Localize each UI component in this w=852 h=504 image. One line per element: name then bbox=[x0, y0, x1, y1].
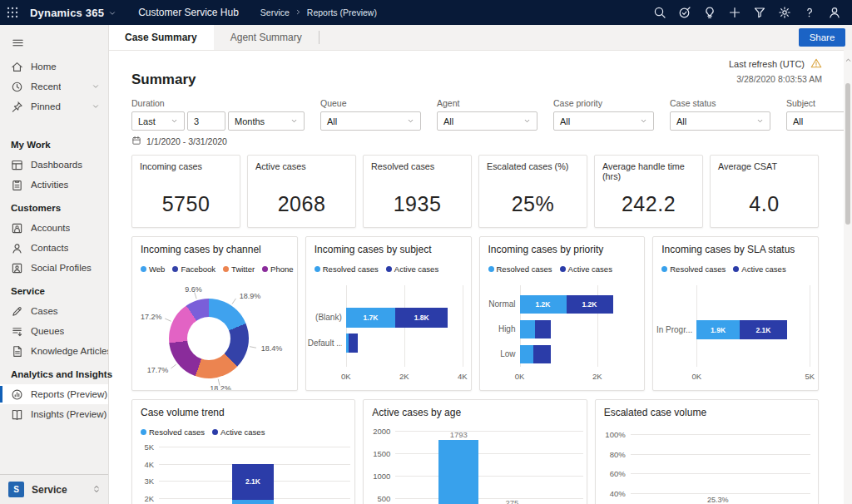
search-icon[interactable] bbox=[647, 0, 672, 25]
chevron-right-icon bbox=[295, 7, 302, 17]
duration-last-dropdown[interactable]: Last bbox=[131, 111, 185, 131]
legend-item-active-cases[interactable]: Active cases bbox=[386, 264, 438, 274]
x-axis-tick: 2K bbox=[394, 372, 414, 381]
column-segment-active-cases[interactable]: 2.1K bbox=[232, 464, 274, 500]
legend-item-resolved-cases[interactable]: Resolved cases bbox=[315, 264, 379, 274]
filter-icon[interactable] bbox=[747, 0, 772, 25]
bar-segment-resolved-cases[interactable] bbox=[520, 320, 536, 338]
bar-segment-active-cases[interactable]: 2.1K bbox=[740, 320, 787, 339]
settings-icon[interactable] bbox=[772, 0, 797, 25]
menu-icon[interactable] bbox=[7, 32, 35, 53]
chart-card-subject[interactable]: Incoming cases by subjectResolved casesA… bbox=[305, 236, 472, 391]
sidebar-item-label: Accounts bbox=[31, 223, 70, 233]
sidebar-item-home[interactable]: Home bbox=[0, 57, 108, 77]
sidebar-item-reports-preview[interactable]: Reports (Preview) bbox=[0, 384, 108, 404]
chart-card-channel[interactable]: Incoming cases by channelWebFacebookTwit… bbox=[131, 236, 298, 391]
legend-item-active-cases[interactable]: Active cases bbox=[733, 264, 785, 274]
filter-case-priority-dropdown[interactable]: All bbox=[553, 111, 654, 131]
breadcrumb-reports[interactable]: Reports (Preview) bbox=[307, 7, 377, 17]
sidebar-item-queues[interactable]: Queues bbox=[0, 321, 108, 341]
vertical-scrollbar[interactable] bbox=[844, 50, 852, 504]
filter-value: Months bbox=[235, 116, 265, 126]
filter-subject-dropdown[interactable]: All bbox=[786, 111, 852, 131]
sidebar-item-label: Queues bbox=[31, 326, 64, 336]
sidebar-item-contacts[interactable]: Contacts bbox=[0, 238, 108, 258]
chart-card-escalated[interactable]: Escalated case volume100%80%60%40%25.3% bbox=[595, 399, 819, 504]
legend-item-facebook[interactable]: Facebook bbox=[172, 264, 215, 274]
filter-value: All bbox=[327, 116, 337, 126]
legend-item-resolved-cases[interactable]: Resolved cases bbox=[661, 264, 726, 274]
bar-segment-active-cases[interactable]: 1.2K bbox=[567, 295, 613, 314]
kpi-card-incoming-cases[interactable]: Incoming cases5750 bbox=[131, 155, 240, 228]
scroll-up-icon[interactable] bbox=[845, 52, 852, 67]
sidebar-item-insights-preview[interactable]: Insights (Preview) bbox=[0, 404, 108, 424]
sidebar-item-label: Recent bbox=[31, 82, 61, 91]
filter-agent-dropdown[interactable]: All bbox=[437, 111, 537, 131]
kpi-card-active-cases[interactable]: Active cases2068 bbox=[247, 155, 356, 228]
sidebar-item-dashboards[interactable]: Dashboards bbox=[0, 155, 108, 175]
chart-card-priority[interactable]: Incoming cases by priorityResolved cases… bbox=[479, 236, 646, 391]
sidebar-item-knowledge-articles[interactable]: Knowledge Articles bbox=[0, 341, 108, 361]
app-launcher-icon[interactable] bbox=[0, 0, 25, 25]
bar-segment-active-cases[interactable]: 1.8K bbox=[395, 308, 448, 328]
kpi-value: 25% bbox=[479, 192, 587, 216]
account-icon[interactable] bbox=[822, 0, 847, 25]
legend-item-active-cases[interactable]: Active cases bbox=[212, 427, 265, 437]
legend-item-active-cases[interactable]: Active cases bbox=[560, 264, 612, 274]
sidebar-item-accounts[interactable]: Accounts bbox=[0, 218, 108, 238]
legend-item-resolved-cases[interactable]: Resolved cases bbox=[488, 264, 552, 274]
chevron-down-icon[interactable] bbox=[92, 99, 100, 114]
column-segment-resolved-cases[interactable]: 1.9K bbox=[232, 500, 274, 504]
breadcrumb-service[interactable]: Service bbox=[260, 7, 290, 17]
filter-case-status-dropdown[interactable]: All bbox=[670, 111, 770, 131]
bar-segment-active-cases[interactable] bbox=[349, 334, 358, 353]
sidebar-sections: My WorkDashboardsActivitiesCustomersAcco… bbox=[0, 131, 108, 424]
filter-case-status: Case statusAll bbox=[670, 98, 770, 131]
sidebar-item-recent[interactable]: Recent bbox=[0, 77, 108, 96]
share-button[interactable]: Share bbox=[799, 28, 845, 47]
area-switcher[interactable]: S Service bbox=[0, 474, 108, 504]
scrollbar-thumb[interactable] bbox=[845, 83, 850, 225]
legend-item-web[interactable]: Web bbox=[141, 264, 165, 274]
legend-item-phone[interactable]: Phone bbox=[262, 264, 293, 274]
chart-card-trend[interactable]: Case volume trendResolved casesActive ca… bbox=[131, 399, 355, 504]
bar-segment-resolved-cases[interactable]: 1.2K bbox=[520, 295, 567, 314]
sidebar-item-pinned[interactable]: Pinned bbox=[0, 96, 108, 116]
bar-segment-active-cases[interactable] bbox=[533, 345, 551, 363]
warning-icon[interactable] bbox=[810, 57, 822, 71]
suggestions-icon[interactable] bbox=[697, 0, 722, 25]
date-range[interactable]: 1/1/2020 - 3/31/2020 bbox=[131, 136, 819, 147]
legend-dot bbox=[262, 266, 268, 272]
sidebar-section-analytics-and-insights: Analytics and Insights bbox=[0, 361, 108, 384]
chevron-down-icon[interactable] bbox=[108, 6, 116, 21]
sidebar-item-social-profiles[interactable]: Social Profiles bbox=[0, 258, 108, 278]
topbar-left: Dynamics 365 Customer Service Hub Servic… bbox=[0, 0, 377, 25]
kpi-card-resolved-cases[interactable]: Resolved cases1935 bbox=[363, 155, 472, 228]
kpi-card-escalated-cases[interactable]: Escalated cases (%)25% bbox=[478, 155, 587, 228]
tab-agent-summary[interactable]: Agent Summary bbox=[214, 25, 319, 50]
kpi-card-average-handle-time-hrs[interactable]: Average handle time (hrs)242.2 bbox=[594, 155, 703, 228]
kpi-card-average-csat[interactable]: Average CSAT4.0 bbox=[710, 155, 819, 228]
bar-segment-active-cases[interactable] bbox=[535, 320, 551, 338]
legend-item-resolved-cases[interactable]: Resolved cases bbox=[141, 427, 205, 437]
chart-card-sla[interactable]: Incoming cases by SLA statusResolved cas… bbox=[652, 236, 819, 391]
bar-segment-resolved-cases[interactable]: 1.7K bbox=[346, 308, 396, 328]
legend-label: Active cases bbox=[394, 264, 438, 274]
chevron-down-icon[interactable] bbox=[92, 79, 100, 94]
sidebar-item-cases[interactable]: Cases bbox=[0, 301, 108, 321]
duration-months-dropdown[interactable]: Months bbox=[228, 111, 305, 131]
add-icon[interactable] bbox=[722, 0, 747, 25]
filter-queue-dropdown[interactable]: All bbox=[320, 111, 421, 131]
column-bar[interactable] bbox=[438, 440, 478, 504]
product-name[interactable]: Dynamics 365 bbox=[30, 7, 104, 19]
sidebar-item-activities[interactable]: Activities bbox=[0, 175, 108, 195]
bar-value-label: 1.9K bbox=[711, 326, 726, 334]
bar-segment-resolved-cases[interactable] bbox=[520, 345, 533, 363]
bar-segment-resolved-cases[interactable]: 1.9K bbox=[696, 320, 740, 339]
legend-item-twitter[interactable]: Twitter bbox=[223, 264, 255, 274]
help-icon[interactable] bbox=[797, 0, 822, 25]
duration-value-input[interactable]: 3 bbox=[187, 111, 225, 131]
tab-case-summary[interactable]: Case Summary bbox=[108, 25, 214, 50]
guided-tasks-icon[interactable] bbox=[672, 0, 697, 25]
chart-card-age[interactable]: Active cases by age200015001000500179327… bbox=[363, 399, 587, 504]
